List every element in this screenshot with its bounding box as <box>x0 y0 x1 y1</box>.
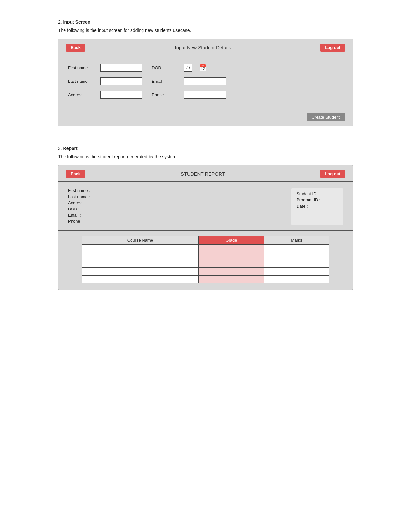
first-name-label: First name <box>68 65 94 70</box>
table-cell <box>198 260 264 268</box>
table-cell <box>82 260 198 268</box>
table-cell <box>264 268 329 276</box>
address-label: Address <box>68 92 94 97</box>
table-cell <box>82 245 198 252</box>
table-row <box>82 260 329 268</box>
dob-label: DOB <box>152 65 178 70</box>
report-email: Email : <box>68 213 279 218</box>
table-header-row: Course Name Grade Marks <box>82 236 329 245</box>
col-grade: Grade <box>198 236 264 245</box>
table-cell <box>198 252 264 260</box>
last-name-input[interactable] <box>100 77 142 85</box>
input-footer-bar: Create Student <box>58 108 353 126</box>
report-back-button[interactable]: Back <box>66 170 85 178</box>
report-screen-title: STUDENT REPORT <box>85 171 320 177</box>
report-lastname: Last name : <box>68 194 279 199</box>
phone-label: Phone <box>152 92 178 97</box>
input-screen-box: Back Input New Student Details Log out F… <box>58 39 353 126</box>
report-left-info: First name : Last name : Address : DOB :… <box>68 188 279 225</box>
section2-heading: 2. Input Screen <box>58 19 353 24</box>
dob-group: DOB / / 📅 <box>152 64 207 72</box>
col-marks: Marks <box>264 236 329 245</box>
section3-desc: The following is the student report gene… <box>58 154 353 159</box>
table-cell <box>198 245 264 252</box>
create-student-button[interactable]: Create Student <box>307 113 345 121</box>
col-course-name: Course Name <box>82 236 198 245</box>
email-group: Email <box>152 77 226 85</box>
input-screen-topbar: Back Input New Student Details Log out <box>58 39 353 55</box>
input-logout-button[interactable]: Log out <box>320 44 345 52</box>
report-right-info: Student ID : Program ID : Date : <box>291 188 343 225</box>
address-group: Address <box>68 91 142 99</box>
calendar-icon[interactable]: 📅 <box>199 64 207 72</box>
report-address: Address : <box>68 200 279 205</box>
dob-slash-text: / / <box>186 65 190 70</box>
last-name-group: Last name <box>68 77 142 85</box>
email-input[interactable] <box>184 77 226 85</box>
address-input[interactable] <box>100 91 142 99</box>
report-dob: DOB : <box>68 207 279 211</box>
first-name-input[interactable] <box>100 64 142 72</box>
report-info-area: First name : Last name : Address : DOB :… <box>58 182 353 230</box>
table-cell <box>82 252 198 260</box>
table-row <box>82 276 329 283</box>
table-cell <box>198 268 264 276</box>
table-cell <box>264 260 329 268</box>
report-firstname: First name : <box>68 188 279 193</box>
report-logout-button[interactable]: Log out <box>320 170 345 178</box>
form-row-2: Last name Email <box>68 77 343 85</box>
table-cell <box>82 276 198 283</box>
report-phone: Phone : <box>68 219 279 224</box>
report-screen-box: Back STUDENT REPORT Log out First name :… <box>58 165 353 290</box>
table-cell <box>198 276 264 283</box>
report-student-id: Student ID : <box>297 191 338 196</box>
report-date: Date : <box>297 204 338 208</box>
email-label: Email <box>152 79 178 84</box>
table-row <box>82 268 329 276</box>
input-screen-title: Input New Student Details <box>85 45 320 50</box>
table-row <box>82 245 329 252</box>
input-form-area: First name DOB / / 📅 Last name <box>58 55 353 108</box>
report-screen-topbar: Back STUDENT REPORT Log out <box>58 165 353 182</box>
section2-desc: The following is the input screen for ad… <box>58 28 353 33</box>
last-name-label: Last name <box>68 79 94 84</box>
form-row-1: First name DOB / / 📅 <box>68 64 343 72</box>
report-table: Course Name Grade Marks <box>82 236 329 283</box>
report-table-area: Course Name Grade Marks <box>58 231 353 290</box>
first-name-group: First name <box>68 64 142 72</box>
table-cell <box>264 276 329 283</box>
phone-group: Phone <box>152 91 226 99</box>
dob-wrapper: / / <box>184 64 192 72</box>
table-cell <box>264 252 329 260</box>
table-cell <box>264 245 329 252</box>
section3-heading: 3. Report <box>58 146 353 151</box>
report-program-id: Program ID : <box>297 198 338 202</box>
phone-input[interactable] <box>184 91 226 99</box>
section3-wrapper: 3. Report The following is the student r… <box>58 146 353 290</box>
table-row <box>82 252 329 260</box>
input-back-button[interactable]: Back <box>66 44 85 52</box>
form-row-3: Address Phone <box>68 91 343 99</box>
table-cell <box>82 268 198 276</box>
